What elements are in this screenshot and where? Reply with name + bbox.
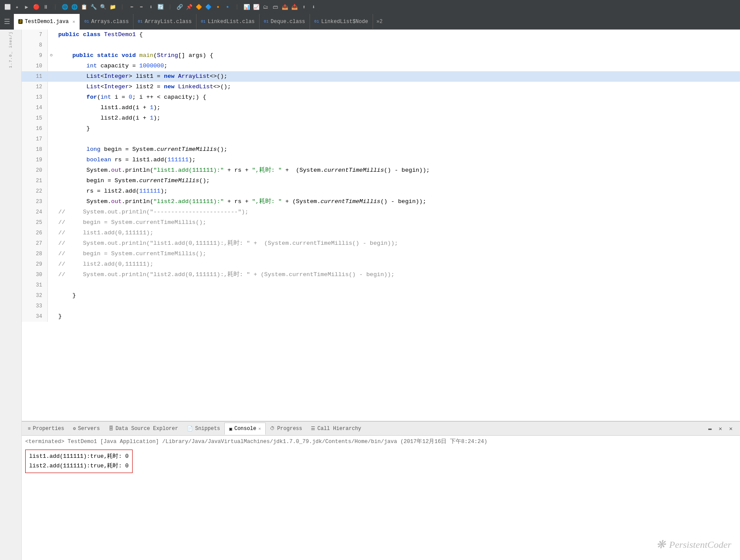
toolbar-icon-4[interactable]: 🔴 (32, 3, 40, 11)
line-number-17: 17 (22, 134, 48, 144)
line-content-18: long begin = System.currentTimeMillis(); (55, 144, 227, 155)
line-number-16: 16 (22, 123, 48, 134)
toolbar-icon-15[interactable]: 🔄 (157, 3, 164, 11)
tab-data-source-explorer[interactable]: 🗄 Data Source Explorer (104, 423, 183, 435)
toolbar-icon-6[interactable]: 🌐 (61, 3, 69, 11)
toolbar-icon-2[interactable]: ✦ (13, 3, 21, 11)
code-line-23: 23 System.out.println("list2.add(111111)… (22, 197, 740, 207)
toolbar-icon-27[interactable]: 📥 (290, 3, 298, 11)
toolbar-icon-8[interactable]: 📋 (80, 3, 88, 11)
toolbar-icon-20[interactable]: 🔸 (214, 3, 222, 11)
tab-deque-class[interactable]: 01 Deque.class (260, 14, 310, 30)
line-number-23: 23 (22, 197, 48, 207)
toolbar-icon-5[interactable]: ⏸ (42, 3, 50, 11)
toolbar-icon-12[interactable]: ⬅ (128, 3, 136, 11)
toolbar-icon-25[interactable]: 🗃 (271, 3, 279, 11)
code-line-25: 25 // begin = System.currentTimeMillis()… (22, 217, 740, 228)
tab-overflow[interactable]: »2 (373, 19, 386, 25)
line-content-29: // list2.add(0,111111); (55, 259, 153, 270)
line-content-28: // begin = System.currentTimeMillis(); (55, 249, 206, 259)
minimize-view-button[interactable]: ▬ (706, 425, 714, 433)
tab-label-data-source: Data Source Explorer (116, 426, 178, 432)
tab-testdemo1-java[interactable]: J TestDemo1.java ✕ (14, 14, 80, 30)
toolbar-icon-10[interactable]: 🔍 (99, 3, 107, 11)
main-toolbar: ⬜ ✦ ▶ 🔴 ⏸ | 🌐 🌐 📋 🔧 🔍 📁 | ⬅ ➡ ⬇ 🔄 | 🔗 📌 … (0, 0, 740, 14)
line-content-13: for(int i = 0; i ++ < capacity;) { (55, 92, 206, 103)
tab-servers[interactable]: ⚙ Servers (69, 423, 104, 435)
toolbar-icon-22[interactable]: 📊 (243, 3, 250, 11)
toolbar-icon-17[interactable]: 📌 (185, 3, 193, 11)
toolbar-icon-26[interactable]: 📤 (281, 3, 289, 11)
tab-close-console[interactable]: ✕ (258, 426, 261, 431)
tab-console[interactable]: ▣ Console ✕ (224, 423, 266, 435)
tab-close-testdemo1[interactable]: ✕ (73, 19, 75, 24)
tab-arraylist-class[interactable]: 01 ArrayList.class (133, 14, 197, 30)
line-number-7: 7 (22, 30, 48, 40)
line-number-12: 12 (22, 82, 48, 92)
line-number-33: 33 (22, 301, 48, 311)
code-line-17: 17 (22, 134, 740, 144)
tab-snippets[interactable]: 📄 Snippets (183, 423, 225, 435)
toolbar-icon-24[interactable]: 🗂 (262, 3, 270, 11)
code-line-13: 13 for(int i = 0; i ++ < capacity;) { (22, 92, 740, 103)
line-content-9: public static void main(String[] args) { (55, 50, 213, 61)
maximize-view-button[interactable]: ✕ (717, 425, 724, 433)
line-content-12: List<Integer> list2 = new LinkedList<>()… (55, 82, 231, 92)
toolbar-icon-14[interactable]: ⬇ (147, 3, 155, 11)
toolbar-separator-4: | (233, 3, 241, 11)
toolbar-icon-23[interactable]: 📈 (252, 3, 260, 11)
toolbar-icon-16[interactable]: 🔗 (176, 3, 183, 11)
toolbar-icon-29[interactable]: ⬇ (310, 3, 317, 11)
toolbar-icon-3[interactable]: ▶ (23, 3, 30, 11)
tab-call-hierarchy[interactable]: ☰ Call Hierarchy (307, 423, 366, 435)
close-console-button[interactable]: ✕ (727, 425, 735, 433)
code-line-21: 21 begin = System.currentTimeMillis(); (22, 176, 740, 186)
console-result-line-2: list2.add(111111):true,耗时: 0 (29, 461, 129, 471)
sidebar-toggle-button[interactable]: ☰ (0, 14, 14, 30)
line-content-23: System.out.println("list2.add(111111):" … (55, 197, 426, 207)
line-number-10: 10 (22, 61, 48, 71)
toolbar-icon-9[interactable]: 🔧 (90, 3, 97, 11)
toolbar-icon-28[interactable]: ⬆ (300, 3, 308, 11)
toolbar-icon-1[interactable]: ⬜ (3, 3, 11, 11)
line-content-11: List<Integer> list1 = new ArrayList<>(); (55, 71, 227, 82)
tab-label-console: Console (234, 426, 256, 432)
tab-label-call-hierarchy: Call Hierarchy (317, 426, 361, 432)
tab-label-properties: Properties (33, 426, 64, 432)
line-content-20: System.out.println("list1.add(111111):" … (55, 165, 430, 176)
toolbar-icon-13[interactable]: ➡ (137, 3, 145, 11)
toolbar-icon-18[interactable]: 🔶 (195, 3, 203, 11)
tab-label-arrays: Arrays.class (91, 19, 129, 25)
code-panel[interactable]: 7 public class TestDemo1 { 8 9 ⊖ public … (22, 30, 740, 421)
tab-linkedlist-class[interactable]: 01 LinkedList.clas (197, 14, 260, 30)
toolbar-separator-1: | (51, 3, 59, 11)
snippets-icon: 📄 (187, 426, 193, 431)
toolbar-icon-11[interactable]: 📁 (109, 3, 117, 11)
line-number-9: 9 (22, 50, 48, 61)
tab-progress[interactable]: ⏱ Progress (266, 423, 307, 435)
toolbar-icon-19[interactable]: 🔷 (204, 3, 212, 11)
tab-icon-java: J (18, 19, 23, 24)
console-output-area[interactable]: <terminated> TestDemo1 [Java Application… (22, 436, 740, 560)
watermark-icon: ❋ (656, 538, 666, 551)
line-number-25: 25 (22, 217, 48, 228)
line-content-30: // System.out.println("list2.add(0,11111… (55, 270, 394, 280)
toolbar-icon-21[interactable]: 🔹 (223, 3, 231, 11)
toolbar-separator-3: | (166, 3, 174, 11)
line-content-25: // begin = System.currentTimeMillis(); (55, 217, 206, 228)
toolbar-separator-2: | (118, 3, 126, 11)
tab-arrays-class[interactable]: 01 Arrays.class (80, 14, 133, 30)
code-line-33: 33 (22, 301, 740, 311)
tab-linkedlistnode-class[interactable]: 01 LinkedList$Node (310, 14, 373, 30)
line-content-27: // System.out.println("list1.add(0,11111… (55, 238, 398, 249)
toolbar-icon-7[interactable]: 🌐 (70, 3, 78, 11)
console-result-box: list1.add(111111):true,耗时: 0 list2.add(1… (25, 450, 133, 473)
line-content-14: list1.add(i + 1); (55, 103, 160, 113)
editor-area: 7 public class TestDemo1 { 8 9 ⊖ public … (22, 30, 740, 560)
line-content-26: // list1.add(0,111111); (55, 228, 153, 238)
tab-properties[interactable]: ≡ Properties (23, 423, 69, 435)
tab-label-linkedlist: LinkedList.clas (208, 19, 255, 25)
main-container: ines/j 1.7.0_ 7 public class TestDemo1 {… (0, 30, 740, 560)
code-line-15: 15 list2.add(i + 1); (22, 113, 740, 123)
line-number-18: 18 (22, 144, 48, 155)
